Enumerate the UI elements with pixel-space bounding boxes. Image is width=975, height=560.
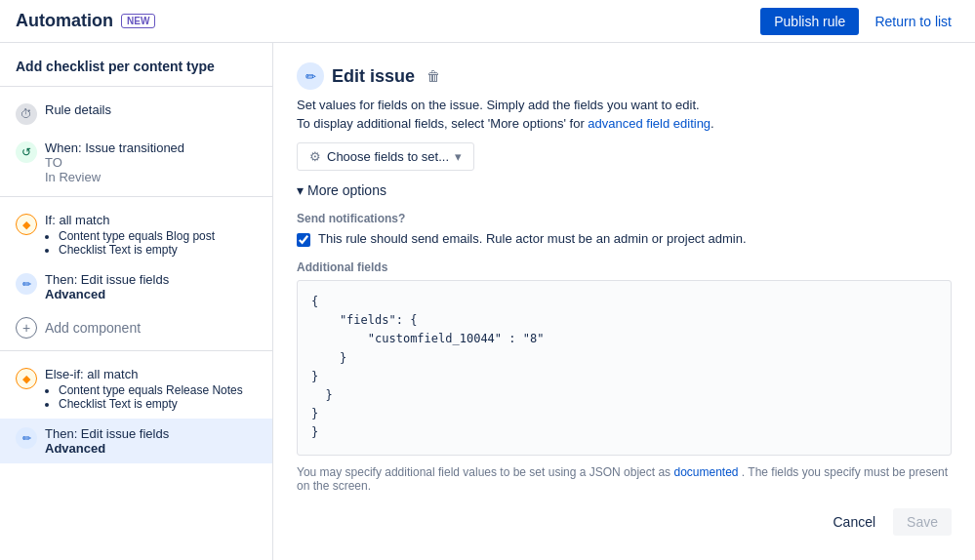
sidebar-item-then[interactable]: ✏ Then: Edit issue fields Advanced xyxy=(0,264,272,309)
description-2-text: To display additional fields, select 'Mo… xyxy=(297,116,588,131)
cancel-button[interactable]: Cancel xyxy=(823,508,885,536)
if-icon: ◆ xyxy=(16,214,37,235)
edit-pencil-icon: ✏ xyxy=(297,62,324,90)
gear-icon: ⚙ xyxy=(309,149,321,164)
send-notifications-checkbox[interactable] xyxy=(297,233,310,247)
documented-link[interactable]: documented xyxy=(673,465,738,479)
rule-name: Add checklist per content type xyxy=(0,59,272,87)
clock-icon: ⏱ xyxy=(16,103,37,125)
choose-fields-label: Choose fields to set... xyxy=(327,149,449,164)
sidebar-if-bullet-1: Content type equals Blog post xyxy=(59,229,257,243)
transition-icon: ↺ xyxy=(16,141,37,163)
edit-icon-then2: ✏ xyxy=(16,427,37,449)
header-left: Automation NEW xyxy=(16,11,155,31)
return-to-list-button[interactable]: Return to list xyxy=(867,8,959,35)
publish-rule-button[interactable]: Publish rule xyxy=(760,8,859,35)
sidebar-item-if[interactable]: ◆ If: all match Content type equals Blog… xyxy=(0,205,272,264)
description-2: To display additional fields, select 'Mo… xyxy=(297,116,952,131)
sidebar-add-component[interactable]: + Add component xyxy=(0,309,272,346)
sidebar-if-label: If: all match xyxy=(45,213,257,227)
sidebar-when-value: In Review xyxy=(45,170,257,184)
app-title: Automation xyxy=(16,11,113,31)
delete-button[interactable]: 🗑 xyxy=(423,66,444,86)
main-header: ✏ Edit issue 🗑 xyxy=(297,62,952,90)
header: Automation NEW Publish rule Return to li… xyxy=(0,0,975,43)
sidebar-rule-details-label: Rule details xyxy=(45,102,257,117)
more-options-toggle[interactable]: ▾ More options xyxy=(297,182,386,198)
additional-fields-label: Additional fields xyxy=(297,260,952,274)
send-notifications-checkbox-label[interactable]: This rule should send emails. Rule actor… xyxy=(318,231,747,246)
sidebar-else-if-bullets: Content type equals Release Notes Checkl… xyxy=(45,383,257,411)
chevron-down-icon-2: ▾ xyxy=(297,182,304,198)
new-badge: NEW xyxy=(121,14,155,28)
main-title: Edit issue xyxy=(332,66,415,87)
action-buttons: Cancel Save xyxy=(297,508,952,536)
sidebar-if-bullets: Content type equals Blog post Checklist … xyxy=(45,229,257,257)
sidebar-when-label: When: Issue transitioned xyxy=(45,140,257,155)
save-button[interactable]: Save xyxy=(893,508,952,536)
advanced-field-editing-link[interactable]: advanced field editing xyxy=(588,116,711,131)
add-circle-icon: + xyxy=(16,317,37,339)
json-editor[interactable]: { "fields": { "customfield_10044" : "8" … xyxy=(297,280,952,456)
sidebar-then-label: Then: Edit issue fields xyxy=(45,272,257,287)
sidebar-when-to: TO xyxy=(45,155,257,170)
main-content: ✏ Edit issue 🗑 Set values for fields on … xyxy=(273,43,975,560)
more-options-label: More options xyxy=(307,182,386,198)
sidebar-item-then2[interactable]: ✏ Then: Edit issue fields Advanced xyxy=(0,419,272,463)
sidebar-item-when[interactable]: ↺ When: Issue transitioned TO In Review xyxy=(0,133,272,192)
json-hint: You may specify additional field values … xyxy=(297,465,952,493)
layout: Add checklist per content type ⏱ Rule de… xyxy=(0,43,975,560)
chevron-down-icon: ▾ xyxy=(455,149,462,164)
header-right: Publish rule Return to list xyxy=(760,8,959,35)
description-1: Set values for fields on the issue. Simp… xyxy=(297,98,952,112)
sidebar-item-else-if[interactable]: ◆ Else-if: all match Content type equals… xyxy=(0,359,272,419)
sidebar-item-rule-details[interactable]: ⏱ Rule details xyxy=(0,95,272,133)
send-notifications-row: This rule should send emails. Rule actor… xyxy=(297,231,952,247)
send-notifications-label: Send notifications? xyxy=(297,212,952,225)
sidebar-else-if-bullet-2: Checklist Text is empty xyxy=(59,397,257,411)
choose-fields-button[interactable]: ⚙ Choose fields to set... ▾ xyxy=(297,142,474,171)
sidebar-if-bullet-2: Checklist Text is empty xyxy=(59,243,257,257)
sidebar-then2-label: Then: Edit issue fields xyxy=(45,426,257,441)
sidebar-else-if-bullet-1: Content type equals Release Notes xyxy=(59,383,257,397)
sidebar-else-if-label: Else-if: all match xyxy=(45,367,257,381)
sidebar-then-subtitle: Advanced xyxy=(45,287,257,301)
add-component-label: Add component xyxy=(45,320,141,336)
else-if-icon: ◆ xyxy=(16,368,37,389)
sidebar: Add checklist per content type ⏱ Rule de… xyxy=(0,43,273,560)
json-hint-text: You may specify additional field values … xyxy=(297,465,673,479)
sidebar-then2-subtitle: Advanced xyxy=(45,441,257,456)
edit-icon-then: ✏ xyxy=(16,273,37,295)
